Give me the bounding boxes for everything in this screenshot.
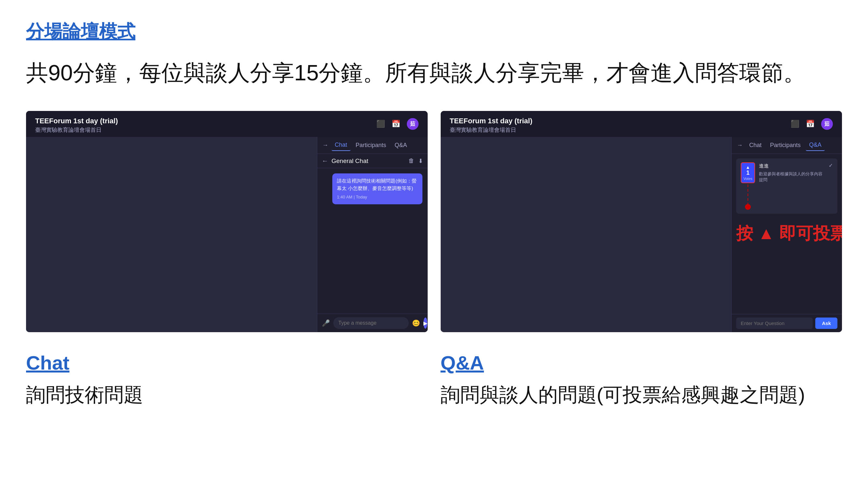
right-calendar-icon[interactable]: 📅 bbox=[806, 120, 815, 128]
download-icon[interactable]: ⬇ bbox=[418, 158, 423, 165]
right-window-title: TEEForum 1st day (trial) bbox=[450, 117, 532, 125]
qa-ask-button[interactable]: Ask bbox=[815, 318, 837, 329]
page-title: 分場論壇模式 bbox=[26, 20, 842, 44]
right-titlebar: TEEForum 1st day (trial) 臺灣實驗教育論壇會場首日 ⬛ … bbox=[441, 111, 842, 137]
left-window-title: TEEForum 1st day (trial) bbox=[35, 117, 118, 125]
right-body: → Chat Participants Q&A ▲ 1 Votes bbox=[441, 137, 842, 332]
chat-label-title: Chat bbox=[26, 352, 69, 374]
page-subtitle: 共90分鐘，每位與談人分享15分鐘。所有與談人分享完畢，才會進入問答環節。 bbox=[26, 57, 842, 88]
left-tab-chat[interactable]: Chat bbox=[332, 139, 350, 151]
qa-question-card: ▲ 1 Votes 進進 歡迎參與者根據 bbox=[736, 158, 837, 214]
screenshots-row: TEEForum 1st day (trial) 臺灣實驗教育論壇會場首日 ⬛ … bbox=[26, 111, 842, 332]
chat-label-section: Chat 詢問技術問題 bbox=[26, 352, 428, 408]
vote-up-icon[interactable]: ▲ bbox=[746, 165, 750, 169]
vote-label: Votes bbox=[743, 177, 752, 181]
left-tab-qa[interactable]: Q&A bbox=[392, 140, 410, 151]
right-tab-qa[interactable]: Q&A bbox=[806, 139, 825, 151]
mic-icon[interactable]: 🎤 bbox=[322, 319, 330, 327]
right-panel-arrow[interactable]: → bbox=[736, 140, 744, 150]
qa-label-title: Q&A bbox=[441, 352, 484, 374]
right-tab-chat[interactable]: Chat bbox=[746, 140, 765, 151]
qa-question-title: 進進 bbox=[759, 162, 825, 170]
right-right-panel: → Chat Participants Q&A ▲ 1 Votes bbox=[731, 137, 842, 332]
trash-icon[interactable]: 🗑 bbox=[408, 158, 414, 165]
right-share-icon[interactable]: ⬛ bbox=[790, 120, 799, 128]
qa-input-area: Ask bbox=[732, 314, 842, 332]
calendar-icon[interactable]: 📅 bbox=[392, 120, 400, 128]
right-titlebar-icons: ⬛ 📅 茹 bbox=[790, 118, 833, 130]
chat-input-area: 🎤 😊 ▶ bbox=[317, 314, 428, 332]
qa-label-desc: 詢問與談人的問題(可投票給感興趣之問題) bbox=[441, 382, 842, 408]
chat-messages: 請在這裡詢問技術相關問題(例如：螢幕太 小怎麼辦、麥音怎麼調整等等) 1:40 … bbox=[317, 168, 428, 314]
right-teams-window: TEEForum 1st day (trial) 臺灣實驗教育論壇會場首日 ⬛ … bbox=[441, 111, 842, 332]
left-panel-arrow[interactable]: → bbox=[321, 140, 330, 150]
left-panel-tabs: → Chat Participants Q&A bbox=[317, 137, 428, 154]
left-video-area bbox=[26, 137, 317, 332]
left-body: → Chat Participants Q&A ← General Chat 🗑… bbox=[26, 137, 428, 332]
right-video-area bbox=[441, 137, 732, 332]
qa-vote-box: ▲ 1 Votes bbox=[741, 162, 755, 183]
vote-dot bbox=[745, 204, 751, 210]
right-avatar: 茹 bbox=[821, 118, 833, 130]
left-teams-window: TEEForum 1st day (trial) 臺灣實驗教育論壇會場首日 ⬛ … bbox=[26, 111, 428, 332]
chat-back-icon[interactable]: ← bbox=[322, 157, 329, 165]
qa-question-body: 進進 歡迎參與者根據與談人的分享內容提問 bbox=[759, 162, 825, 183]
left-tab-participants[interactable]: Participants bbox=[352, 140, 390, 151]
left-titlebar-icons: ⬛ 📅 茹 bbox=[376, 118, 418, 130]
vote-annotation bbox=[745, 185, 751, 210]
chat-header: ← General Chat 🗑 ⬇ bbox=[317, 154, 428, 168]
qa-panel-content: ▲ 1 Votes 進進 歡迎參與者根據 bbox=[732, 154, 842, 314]
qa-check-icon[interactable]: ✓ bbox=[829, 162, 833, 168]
right-window-subtitle: 臺灣實驗教育論壇會場首日 bbox=[450, 126, 532, 134]
left-window-subtitle: 臺灣實驗教育論壇會場首日 bbox=[35, 126, 118, 134]
chat-header-title: General Chat bbox=[332, 158, 405, 165]
right-panel-tabs: → Chat Participants Q&A bbox=[732, 137, 842, 154]
vote-dashed-line bbox=[748, 185, 748, 204]
right-tab-participants[interactable]: Participants bbox=[767, 140, 804, 151]
chat-label-desc: 詢問技術問題 bbox=[26, 382, 428, 408]
labels-row: Chat 詢問技術問題 Q&A 詢問與談人的問題(可投票給感興趣之問題) bbox=[26, 352, 842, 408]
qa-label-section: Q&A 詢問與談人的問題(可投票給感興趣之問題) bbox=[441, 352, 842, 408]
avatar: 茹 bbox=[407, 118, 418, 130]
vote-instruction: 按 ▲ 即可投票 bbox=[736, 222, 837, 245]
emoji-icon[interactable]: 😊 bbox=[412, 319, 420, 327]
left-right-panel: → Chat Participants Q&A ← General Chat 🗑… bbox=[317, 137, 428, 332]
chat-send-button[interactable]: ▶ bbox=[424, 318, 427, 329]
chat-bubble: 請在這裡詢問技術相關問題(例如：螢幕太 小怎麼辦、麥音怎麼調整等等) 1:40 … bbox=[332, 173, 422, 204]
chat-header-icons: 🗑 ⬇ bbox=[408, 158, 423, 165]
left-titlebar: TEEForum 1st day (trial) 臺灣實驗教育論壇會場首日 ⬛ … bbox=[26, 111, 428, 137]
qa-question-subtext: 歡迎參與者根據與談人的分享內容提問 bbox=[759, 171, 825, 183]
qa-input[interactable] bbox=[736, 318, 813, 329]
chat-timestamp: 1:40 AM | Today bbox=[337, 194, 417, 200]
chat-message-text: 請在這裡詢問技術相關問題(例如：螢幕太 小怎麼辦、麥音怎麼調整等等) bbox=[337, 177, 417, 192]
chat-input[interactable] bbox=[333, 317, 409, 329]
vote-count: 1 bbox=[746, 169, 749, 177]
share-icon[interactable]: ⬛ bbox=[376, 120, 385, 128]
